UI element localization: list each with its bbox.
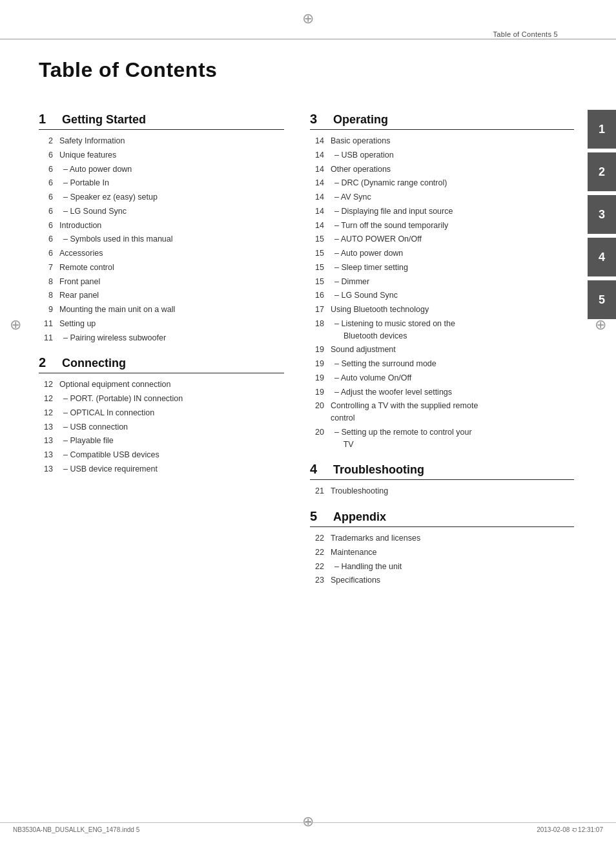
toc-item: 11 – Pairing wireless subwoofer <box>39 332 284 344</box>
toc-text: Other operations <box>331 163 391 176</box>
toc-text: Setting up <box>59 318 96 330</box>
toc-item: 6 Unique features <box>39 149 284 161</box>
toc-text: – Symbols used in this manual <box>59 233 173 245</box>
toc-text: Maintenance <box>331 546 377 559</box>
toc-text: Safety Information <box>59 135 125 147</box>
section-connecting: 2 Connecting 12 Optional equipment conne… <box>39 355 284 475</box>
toc-item: 14 – Turn off the sound temporarily <box>310 220 574 232</box>
toc-page: 6 <box>39 247 53 260</box>
toc-item: 13 – Compatible USB devices <box>39 449 284 461</box>
toc-text: Mounting the main unit on a wall <box>59 304 175 316</box>
section-appendix: 5 Appendix 22 Trademarks and licenses 22… <box>310 509 574 587</box>
section-getting-started: 1 Getting Started 2 Safety Information 6… <box>39 112 284 344</box>
toc-text: – PORT. (Portable) IN connection <box>59 393 183 405</box>
toc-page: 14 <box>310 135 324 147</box>
section-operating: 3 Operating 14 Basic operations 14 – USB… <box>310 112 574 450</box>
toc-text: – LG Sound Sync <box>331 289 398 302</box>
toc-item: 12 Optional equipment connection <box>39 379 284 391</box>
toc-item: 7 Remote control <box>39 262 284 274</box>
toc-item: 22 Trademarks and licenses <box>310 532 574 545</box>
toc-text: – Auto volume On/Off <box>331 372 411 384</box>
left-column: 1 Getting Started 2 Safety Information 6… <box>39 100 284 588</box>
toc-item: 6 – Portable In <box>39 177 284 189</box>
toc-text: Specifications <box>331 574 380 587</box>
toc-text: – Auto power down <box>331 247 403 260</box>
toc-text: Trademarks and licenses <box>331 532 420 545</box>
toc-page: 6 <box>39 191 53 203</box>
page-title: Table of Contents <box>39 58 217 82</box>
toc-page: 15 <box>310 262 324 274</box>
toc-page: 15 <box>310 247 324 260</box>
toc-page: 12 <box>39 379 53 391</box>
toc-item: 14 – Displaying file and input source <box>310 205 574 218</box>
content-area: 1 Getting Started 2 Safety Information 6… <box>39 100 574 588</box>
toc-page: 14 <box>310 205 324 218</box>
toc-page: 18 <box>310 318 324 330</box>
toc-page: 19 <box>310 386 324 399</box>
toc-text: Sound adjustment <box>331 344 396 356</box>
toc-page: 14 <box>310 149 324 161</box>
toc-item: 6 – Symbols used in this manual <box>39 233 284 245</box>
section-number-3: 3 <box>310 112 323 127</box>
toc-item: 11 Setting up <box>39 318 284 330</box>
toc-text: – USB connection <box>59 421 128 433</box>
toc-page: 13 <box>39 449 53 461</box>
toc-text: Optional equipment connection <box>59 379 170 391</box>
toc-text: – Dimmer <box>331 276 369 288</box>
toc-page: 6 <box>39 233 53 245</box>
toc-item: 6 Accessories <box>39 247 284 260</box>
toc-text: – AUTO POWER On/Off <box>331 233 422 245</box>
toc-text: – USB operation <box>331 149 394 161</box>
toc-page: 23 <box>310 574 324 587</box>
toc-item: 22 – Handling the unit <box>310 561 574 573</box>
toc-item: 8 Front panel <box>39 276 284 288</box>
toc-page: 8 <box>39 276 53 288</box>
toc-page: 13 <box>39 463 53 475</box>
section-header-1: 1 Getting Started <box>39 112 284 130</box>
toc-page: 20 <box>310 426 324 439</box>
toc-item: 20 Controlling a TV with the supplied re… <box>310 400 574 424</box>
toc-text: – Displaying file and input source <box>331 205 453 218</box>
toc-text: – Pairing wireless subwoofer <box>59 332 166 344</box>
toc-item: 18 – Listening to music stored on the Bl… <box>310 318 574 342</box>
toc-item: 8 Rear panel <box>39 289 284 302</box>
toc-text: – Auto power down <box>59 163 132 176</box>
toc-text: Rear panel <box>59 289 99 302</box>
section-header-2: 2 Connecting <box>39 355 284 373</box>
header-text: Table of Contents 5 <box>493 30 558 38</box>
toc-text: – Portable In <box>59 177 109 189</box>
toc-text: Introduction <box>59 220 101 232</box>
toc-page: 13 <box>39 435 53 447</box>
toc-page: 6 <box>39 177 53 189</box>
toc-item: 2 Safety Information <box>39 135 284 147</box>
toc-page: 13 <box>39 421 53 433</box>
toc-page: 22 <box>310 532 324 545</box>
toc-text: Remote control <box>59 262 114 274</box>
page-wrapper: ⊕ ⊕ ⊕ ⊕ Table of Contents 5 Table of Con… <box>0 0 616 843</box>
toc-item: 6 Introduction <box>39 220 284 232</box>
toc-item: 17 Using Bluetooth technology <box>310 304 574 316</box>
toc-page: 11 <box>39 332 53 344</box>
toc-item: 14 – AV Sync <box>310 191 574 203</box>
section-header-5: 5 Appendix <box>310 509 574 527</box>
section-title-4: Troubleshooting <box>333 463 424 477</box>
toc-text: Front panel <box>59 276 100 288</box>
toc-text: Using Bluetooth technology <box>331 304 429 316</box>
tab-marker-2: 2 <box>588 152 616 191</box>
crosshair-top-icon: ⊕ <box>302 10 314 27</box>
toc-item: 15 – Dimmer <box>310 276 574 288</box>
toc-item: 6 – Speaker ez (easy) setup <box>39 191 284 203</box>
toc-page: 14 <box>310 220 324 232</box>
toc-item: 12 – OPTICAL In connection <box>39 407 284 419</box>
toc-page: 15 <box>310 276 324 288</box>
toc-text: – Setting up the remote to control your … <box>331 426 472 451</box>
section-troubleshooting: 4 Troubleshooting 21 Troubleshooting <box>310 462 574 497</box>
toc-page: 15 <box>310 233 324 245</box>
toc-text: Troubleshooting <box>331 485 388 497</box>
toc-page: 14 <box>310 191 324 203</box>
toc-item: 14 – DRC (Dynamic range control) <box>310 177 574 189</box>
toc-text: – AV Sync <box>331 191 371 203</box>
toc-page: 14 <box>310 163 324 176</box>
toc-item: 20 – Setting up the remote to control yo… <box>310 426 574 451</box>
toc-text: – Sleep timer setting <box>331 262 408 274</box>
